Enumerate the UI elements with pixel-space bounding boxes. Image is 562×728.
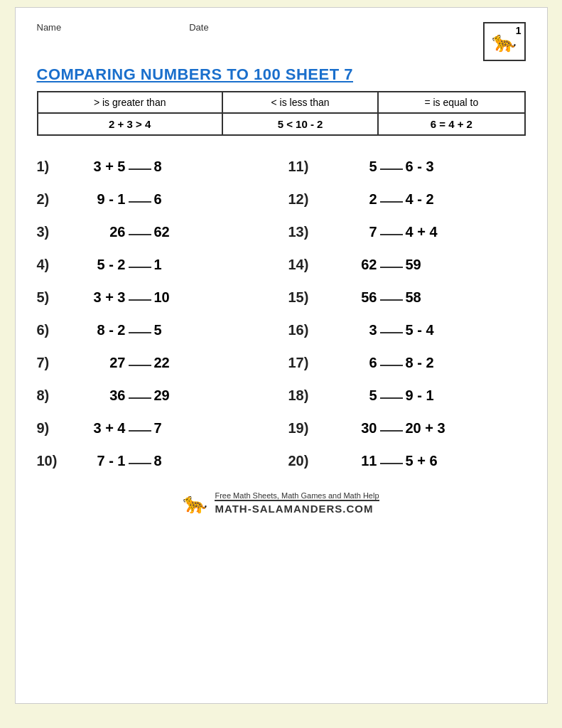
problem-left: 3 + 3 [69, 289, 126, 306]
problem-blank [377, 223, 406, 241]
header-less: < is less than [222, 92, 378, 113]
problem-right: 7 [154, 420, 211, 437]
problem-number: 14) [288, 257, 320, 273]
problem-left: 56 [320, 289, 377, 306]
problem-left: 2 [320, 191, 377, 208]
problem-blank [126, 451, 154, 470]
problem-right: 1 [154, 257, 211, 273]
problem-right: 62 [154, 224, 211, 240]
problem-blank [377, 451, 406, 470]
problem-left: 36 [69, 387, 126, 404]
problem-left: 7 - 1 [69, 453, 126, 469]
problem-right: 20 + 3 [406, 420, 463, 437]
problem-blank [377, 157, 406, 176]
problem-blank [377, 386, 406, 405]
problem-row: 19) 30 20 + 3 [288, 412, 526, 444]
problem-number: 20) [288, 453, 320, 469]
problem-row: 7) 27 22 [37, 346, 267, 379]
footer-tagline: Free Math Sheets, Math Games and Math He… [215, 491, 379, 500]
problem-right: 58 [406, 289, 463, 306]
logo-animal-icon: 🐆 [492, 32, 517, 52]
problem-row: 18) 5 9 - 1 [288, 379, 526, 412]
problem-number: 7) [37, 355, 69, 371]
problem-number: 15) [288, 289, 320, 306]
problem-row: 3) 26 62 [37, 215, 267, 248]
problem-number: 10) [37, 453, 69, 469]
problem-right: 8 - 2 [406, 355, 463, 371]
example-equal: 6 = 4 + 2 [378, 113, 524, 135]
problem-blank [377, 190, 406, 208]
problem-left: 11 [320, 453, 377, 469]
problem-right: 5 [154, 322, 211, 338]
page-title: COMPARING NUMBERS TO 100 SHEET 7 [37, 65, 526, 84]
name-date: Name Date [37, 22, 209, 33]
problem-row: 4) 5 - 2 1 [37, 248, 267, 281]
problem-blank [377, 255, 406, 274]
problem-number: 8) [37, 387, 69, 404]
problem-number: 6) [37, 322, 69, 338]
problem-right: 59 [406, 257, 463, 273]
problem-blank [126, 190, 154, 208]
problem-right: 4 - 2 [406, 191, 463, 208]
example-less: 5 < 10 - 2 [222, 113, 378, 135]
problem-number: 13) [288, 224, 320, 240]
problem-row: 8) 36 29 [37, 379, 267, 412]
problem-right: 5 + 6 [406, 453, 463, 469]
logo-number: 1 [516, 25, 522, 36]
problem-blank [126, 321, 154, 339]
header-greater: > is greater than [38, 92, 222, 113]
problem-row: 1) 3 + 5 8 [37, 150, 267, 183]
problem-number: 16) [288, 322, 320, 338]
problem-left: 5 [320, 159, 377, 175]
problem-right: 10 [154, 289, 211, 306]
problem-left: 8 - 2 [69, 322, 126, 338]
problem-right: 6 [154, 191, 211, 208]
problem-right: 4 + 4 [406, 224, 463, 240]
logo-box: 1 🐆 [483, 22, 526, 61]
problem-blank [126, 386, 154, 405]
problems-section: 1) 3 + 5 8 2) 9 - 1 6 3) 26 62 4) 5 - 2 … [37, 150, 526, 477]
problem-blank [377, 419, 406, 437]
problem-left: 5 [320, 387, 377, 404]
reference-table: > is greater than < is less than = is eq… [37, 91, 526, 136]
problem-left: 7 [320, 224, 377, 240]
problem-blank [126, 353, 154, 372]
problem-number: 9) [37, 420, 69, 437]
problem-row: 12) 2 4 - 2 [288, 183, 526, 215]
problem-right: 29 [154, 387, 211, 404]
problem-blank [126, 288, 154, 306]
problem-right: 8 [154, 453, 211, 469]
footer-site: MATH-SALAMANDERS.COM [215, 503, 379, 515]
problem-left: 6 [320, 355, 377, 371]
problem-number: 19) [288, 420, 320, 437]
problem-right: 6 - 3 [406, 159, 463, 175]
problem-right: 9 - 1 [406, 387, 463, 404]
problem-right: 22 [154, 355, 211, 371]
problem-row: 17) 6 8 - 2 [288, 346, 526, 379]
problem-blank [377, 288, 406, 306]
problem-blank [126, 255, 154, 274]
problem-row: 14) 62 59 [288, 248, 526, 281]
header-equal: = is equal to [378, 92, 524, 113]
problem-number: 1) [37, 159, 69, 175]
problem-left: 3 [320, 322, 377, 338]
problem-row: 20) 11 5 + 6 [288, 444, 526, 477]
problem-right: 5 - 4 [406, 322, 463, 338]
problem-row: 5) 3 + 3 10 [37, 281, 267, 314]
problem-left: 26 [69, 224, 126, 240]
problem-row: 2) 9 - 1 6 [37, 183, 267, 215]
worksheet-page: Name Date 1 🐆 COMPARING NUMBERS TO 100 S… [15, 7, 548, 704]
problem-left: 62 [320, 257, 377, 273]
problem-blank [377, 321, 406, 339]
problem-number: 17) [288, 355, 320, 371]
problem-left: 30 [320, 420, 377, 437]
problem-row: 9) 3 + 4 7 [37, 412, 267, 444]
problem-number: 11) [288, 159, 320, 175]
right-column: 11) 5 6 - 3 12) 2 4 - 2 13) 7 4 + 4 14) … [281, 150, 526, 477]
problem-blank [126, 419, 154, 437]
problem-left: 9 - 1 [69, 191, 126, 208]
problem-row: 13) 7 4 + 4 [288, 215, 526, 248]
problem-left: 27 [69, 355, 126, 371]
problem-blank [126, 223, 154, 241]
footer-logo-icon: 🐆 [183, 491, 207, 515]
